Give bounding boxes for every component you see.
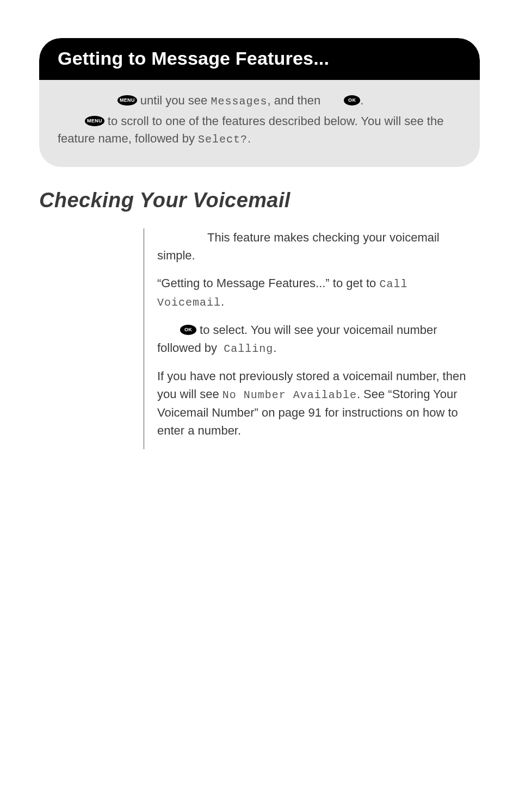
ok-icon: OK [344,95,360,106]
heading-line2: MENU to scroll to one of the features de… [58,113,461,147]
ok-icon: OK [180,325,196,335]
right-column: This feature makes checking your voicema… [144,228,480,449]
body-p2: “Getting to Message Features...” to get … [157,274,469,311]
body-p2-end: . [221,295,224,308]
menu-icon: MENU [118,95,137,106]
body-p1: This feature makes checking your voicema… [157,228,469,264]
heading-line1-mono: Messages [211,95,267,108]
body-p3: OK to select. You will see your voicemai… [157,321,469,357]
heading-bar: Getting to Message Features... [39,38,480,80]
left-column [39,228,144,449]
heading-title: Getting to Message Features... [58,48,461,69]
body-p3-end: . [273,341,276,355]
heading-line1-end: . [360,94,363,107]
body-p2-pre: “Getting to Message Features...” to get … [157,276,379,290]
heading-block: Getting to Message Features... MENU unti… [39,38,480,167]
heading-line1-post: , and then [267,94,324,107]
heading-line1-pre: until you see [137,94,211,107]
section-title: Checking Your Voicemail [39,189,480,212]
heading-line1: MENU until you see Messages, and then OK… [58,92,461,109]
heading-line2-mono: Select? [198,133,248,146]
body-p4: If you have not previously stored a voic… [157,367,469,439]
menu-icon: MENU [85,116,104,126]
body-p3-mono: Calling [224,343,273,355]
heading-body: MENU until you see Messages, and then OK… [39,92,480,147]
body-p4-mono: No Number Available [223,389,357,401]
body-p3-pre: to select. You will see your voicemail n… [157,323,437,355]
content-columns: This feature makes checking your voicema… [39,228,480,449]
heading-line2-end: . [248,132,251,145]
